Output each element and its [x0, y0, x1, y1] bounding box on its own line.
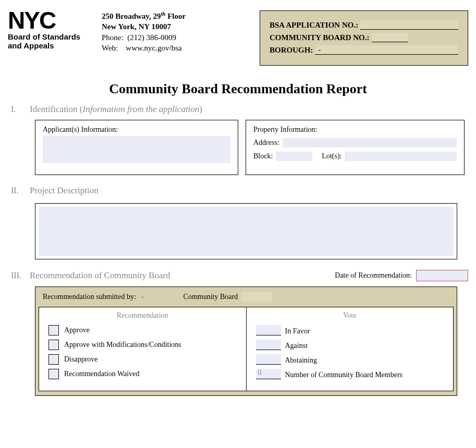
section-3-label: Recommendation of Community Board	[30, 270, 170, 281]
section-1-label-b: )	[199, 104, 202, 114]
recommendation-submitted-row: Recommendation submitted by: - Community…	[35, 287, 457, 307]
property-title: Property Information:	[253, 126, 457, 134]
block-field[interactable]	[276, 152, 312, 161]
logo-nyc: NYC	[8, 10, 91, 31]
total-members-field[interactable]: 0	[256, 369, 281, 379]
section-1-label-i: Information from the application	[83, 104, 200, 114]
address-block: 250 Broadway, 29th Floor New York, NY 10…	[102, 10, 186, 66]
approve-label: Approve	[64, 326, 90, 334]
section-2-label: Project Description	[30, 185, 99, 196]
rec-submitted-dash: -	[141, 293, 144, 301]
web-value: www.nyc.gov/bsa	[126, 44, 181, 52]
section-3-header: III. Recommendation of Community Board D…	[8, 270, 468, 281]
applicant-field[interactable]	[43, 136, 230, 163]
section-2-header: II. Project Description	[8, 185, 468, 196]
approve-checkbox[interactable]	[48, 325, 59, 335]
approve-mod-checkbox[interactable]	[48, 340, 59, 350]
logo-sub-line2: and Appeals	[8, 41, 54, 50]
waived-checkbox[interactable]	[48, 369, 59, 379]
against-label: Against	[285, 342, 308, 350]
addr-line1a: 250 Broadway, 29	[102, 12, 161, 20]
section-3-num: III.	[8, 271, 30, 280]
borough-field[interactable]: -	[315, 45, 458, 55]
total-members-label: Number of Community Board Members	[285, 371, 403, 379]
lot-field[interactable]	[345, 152, 457, 161]
header: NYC Board of Standards and Appeals 250 B…	[8, 10, 468, 66]
against-field[interactable]	[256, 340, 281, 350]
rec-cb-field[interactable]	[241, 292, 272, 302]
bsa-app-label: BSA APPLICATION NO.:	[270, 21, 358, 30]
identification-boxes: Applicant(s) Information: Property Infor…	[35, 120, 468, 175]
rec-cb-label: Community Board	[184, 293, 238, 301]
borough-label: BOROUGH:	[270, 46, 313, 55]
bsa-app-field[interactable]	[360, 20, 458, 30]
in-favor-label: In Favor	[285, 327, 310, 335]
cb-no-label: COMMUNITY BOARD NO.:	[270, 33, 370, 42]
description-box	[35, 203, 457, 259]
recommendation-column: Recommendation Approve Approve with Modi…	[39, 307, 246, 391]
applicant-title: Applicant(s) Information:	[43, 126, 230, 134]
abstaining-field[interactable]	[256, 354, 281, 365]
section-1-num: I.	[8, 105, 30, 114]
address-label: Address:	[253, 139, 279, 147]
vote-column: Vote In Favor Against Abstaining 0Number…	[246, 307, 454, 391]
block-label: Block:	[253, 152, 273, 160]
recommendation-col-title: Recommendation	[48, 312, 237, 320]
abstaining-label: Abstaining	[285, 356, 317, 365]
in-favor-field[interactable]	[256, 325, 281, 335]
address-field[interactable]	[283, 138, 457, 147]
section-1-header: I. Identification (Information from the …	[8, 104, 468, 115]
application-box: BSA APPLICATION NO.: COMMUNITY BOARD NO.…	[260, 10, 468, 66]
phone-value: (212) 386-0009	[127, 33, 176, 42]
rec-submitted-label: Recommendation submitted by:	[43, 293, 136, 301]
logo-sub-line1: Board of Standards	[8, 32, 80, 41]
recommendation-table: Recommendation Approve Approve with Modi…	[39, 307, 454, 391]
recommendation-box: Recommendation submitted by: - Community…	[35, 287, 457, 396]
logo-block: NYC Board of Standards and Appeals	[8, 10, 91, 66]
addr-line2: New York, NY 10007	[102, 21, 186, 32]
section-2-num: II.	[8, 186, 30, 195]
date-label: Date of Recommendation:	[335, 271, 412, 280]
addr-line1b: Floor	[165, 12, 186, 20]
vote-col-title: Vote	[256, 312, 444, 320]
description-field[interactable]	[39, 207, 454, 256]
date-field[interactable]	[416, 270, 468, 281]
web-label: Web:	[102, 44, 118, 52]
applicant-box: Applicant(s) Information:	[35, 120, 238, 175]
waived-label: Recommendation Waived	[64, 370, 139, 378]
logo-sub: Board of Standards and Appeals	[8, 33, 91, 50]
approve-mod-label: Approve with Modifications/Conditions	[64, 341, 181, 349]
disapprove-checkbox[interactable]	[48, 354, 59, 365]
lot-label: Lot(s):	[322, 152, 341, 160]
cb-no-field[interactable]	[372, 33, 408, 42]
phone-label: Phone:	[102, 33, 124, 42]
disapprove-label: Disapprove	[64, 355, 98, 364]
page-title: Community Board Recommendation Report	[8, 81, 468, 97]
property-box: Property Information: Address: Block: Lo…	[246, 120, 465, 175]
section-1-label-a: Identification (	[30, 104, 83, 114]
